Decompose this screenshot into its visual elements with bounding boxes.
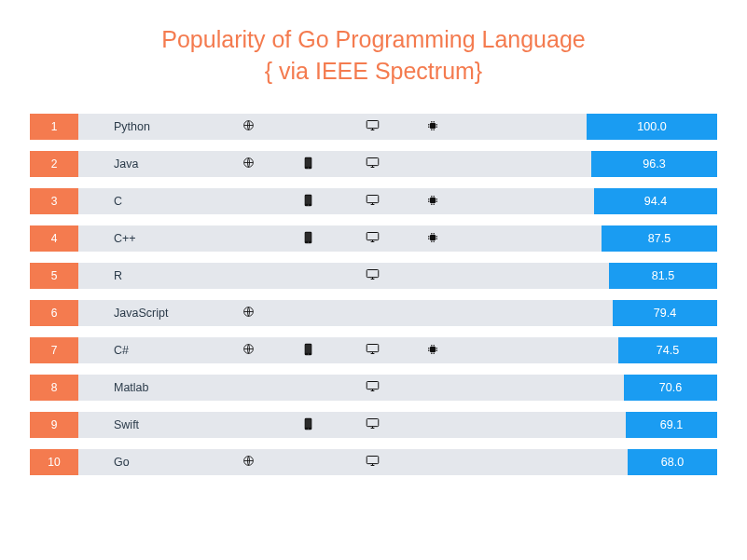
row-track: C++87.5 bbox=[78, 225, 717, 252]
chip-icon bbox=[427, 232, 438, 245]
language-name: R bbox=[78, 269, 237, 282]
score-bar: 94.4 bbox=[594, 188, 717, 214]
score-bar: 69.1 bbox=[626, 412, 717, 438]
rank-badge: 10 bbox=[30, 449, 78, 475]
table-row: 5R81.5 bbox=[30, 263, 717, 289]
score-bar: 70.6 bbox=[624, 375, 717, 401]
mobile-icon bbox=[304, 231, 312, 246]
language-name: C# bbox=[78, 344, 237, 357]
mobile-icon bbox=[304, 343, 312, 358]
table-row: 7C#74.5 bbox=[30, 337, 717, 363]
title-line-1: Popularity of Go Programming Language{ v… bbox=[161, 26, 585, 84]
svg-rect-32 bbox=[367, 457, 379, 464]
row-track: R81.5 bbox=[78, 263, 717, 289]
rank-badge: 7 bbox=[30, 337, 78, 363]
svg-rect-16 bbox=[367, 233, 379, 240]
language-name: C bbox=[78, 195, 237, 208]
svg-rect-22 bbox=[305, 344, 311, 352]
svg-rect-1 bbox=[367, 121, 379, 129]
rank-badge: 5 bbox=[30, 263, 78, 289]
table-row: 4C++87.5 bbox=[30, 225, 717, 252]
row-track: JavaScript79.4 bbox=[78, 300, 717, 326]
score-bar: 68.0 bbox=[628, 449, 717, 475]
chip-icon bbox=[427, 120, 438, 133]
rank-badge: 1 bbox=[30, 114, 78, 140]
row-track: Java96.3 bbox=[78, 151, 717, 177]
desktop-icon bbox=[366, 194, 380, 208]
table-row: 2Java96.3 bbox=[30, 151, 717, 177]
language-name: Python bbox=[78, 120, 237, 133]
row-track: Go68.0 bbox=[78, 449, 717, 475]
chip-icon bbox=[427, 344, 438, 357]
language-name: Matlab bbox=[78, 381, 237, 394]
rank-badge: 8 bbox=[30, 375, 78, 401]
row-track: Matlab70.6 bbox=[78, 375, 717, 401]
desktop-icon bbox=[366, 343, 380, 357]
rank-badge: 2 bbox=[30, 151, 78, 177]
language-name: C++ bbox=[78, 232, 237, 245]
ranking-rows: 1Python100.02Java96.33C94.44C++87.55R81.… bbox=[30, 114, 717, 475]
svg-rect-14 bbox=[305, 232, 311, 240]
score-bar: 87.5 bbox=[602, 225, 717, 252]
svg-rect-5 bbox=[305, 157, 311, 166]
svg-rect-11 bbox=[367, 196, 379, 203]
desktop-icon bbox=[366, 380, 380, 394]
desktop-icon bbox=[366, 231, 380, 245]
web-icon bbox=[242, 119, 255, 133]
table-row: 10Go68.0 bbox=[30, 449, 717, 475]
table-row: 9Swift69.1 bbox=[30, 412, 717, 438]
score-bar: 96.3 bbox=[591, 151, 717, 177]
row-track: C94.4 bbox=[78, 188, 717, 214]
table-row: 3C94.4 bbox=[30, 188, 717, 214]
desktop-icon bbox=[366, 157, 380, 171]
web-icon bbox=[242, 306, 255, 320]
desktop-icon bbox=[366, 119, 380, 133]
svg-point-6 bbox=[308, 167, 309, 168]
row-track: C#74.5 bbox=[78, 337, 717, 363]
score-bar: 79.4 bbox=[613, 300, 717, 326]
svg-point-10 bbox=[308, 204, 309, 205]
web-icon bbox=[242, 343, 255, 357]
svg-rect-9 bbox=[305, 195, 311, 203]
language-name: Java bbox=[78, 157, 237, 171]
table-row: 1Python100.0 bbox=[30, 114, 717, 140]
rank-badge: 3 bbox=[30, 188, 78, 214]
row-track: Swift69.1 bbox=[78, 412, 717, 438]
svg-point-23 bbox=[308, 353, 309, 354]
score-bar: 74.5 bbox=[618, 337, 717, 363]
score-bar: 100.0 bbox=[587, 114, 717, 140]
mobile-icon bbox=[304, 194, 312, 209]
svg-rect-17 bbox=[430, 235, 436, 240]
web-icon bbox=[242, 157, 255, 171]
row-track: Python100.0 bbox=[78, 114, 717, 140]
svg-rect-2 bbox=[430, 123, 436, 129]
mobile-icon bbox=[304, 417, 312, 432]
rank-badge: 4 bbox=[30, 225, 78, 252]
desktop-icon bbox=[366, 417, 380, 431]
score-bar: 81.5 bbox=[609, 263, 717, 289]
rank-badge: 9 bbox=[30, 412, 78, 438]
svg-rect-12 bbox=[430, 198, 436, 203]
chip-icon bbox=[427, 195, 438, 208]
svg-rect-18 bbox=[367, 270, 379, 278]
table-row: 8Matlab70.6 bbox=[30, 375, 717, 401]
language-name: Swift bbox=[78, 418, 237, 431]
svg-rect-26 bbox=[367, 382, 379, 389]
svg-rect-30 bbox=[367, 419, 379, 427]
language-name: Go bbox=[78, 456, 237, 469]
svg-rect-24 bbox=[367, 345, 379, 352]
chart-title: Popularity of Go Programming Language{ v… bbox=[30, 24, 717, 88]
desktop-icon bbox=[366, 268, 380, 282]
svg-point-15 bbox=[308, 241, 309, 242]
mobile-icon bbox=[304, 157, 312, 171]
language-name: JavaScript bbox=[78, 307, 237, 320]
svg-rect-7 bbox=[367, 158, 379, 166]
table-row: 6JavaScript79.4 bbox=[30, 300, 717, 326]
web-icon bbox=[242, 455, 255, 469]
svg-point-29 bbox=[308, 428, 309, 429]
svg-rect-25 bbox=[430, 347, 436, 352]
desktop-icon bbox=[366, 455, 380, 469]
svg-rect-28 bbox=[305, 418, 311, 427]
rank-badge: 6 bbox=[30, 300, 78, 326]
